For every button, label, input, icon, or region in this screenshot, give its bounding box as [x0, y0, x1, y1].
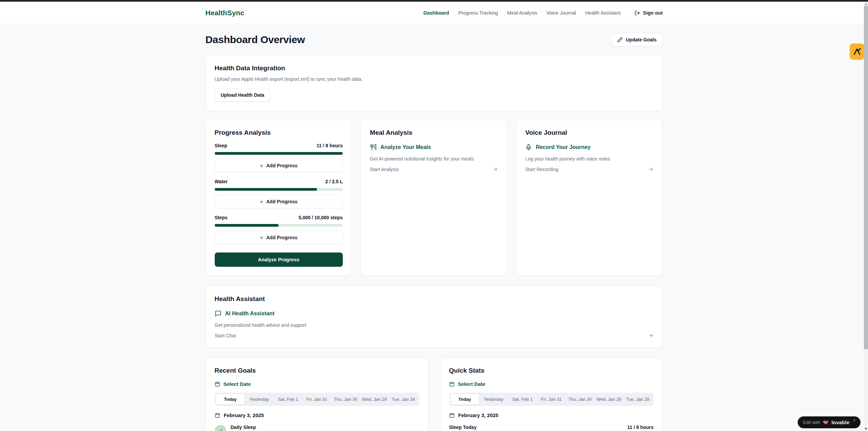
- water-add-progress-button[interactable]: + Add Progress: [215, 195, 343, 208]
- steps-progress-fill: [215, 224, 279, 227]
- nav-dashboard[interactable]: Dashboard: [423, 10, 449, 16]
- goal-name: Daily Sleep: [231, 425, 256, 430]
- calendar-icon: [449, 381, 455, 387]
- message-square-icon: [215, 310, 222, 317]
- sleep-add-progress-button[interactable]: + Add Progress: [215, 159, 343, 172]
- health-assistant-title: Health Assistant: [215, 295, 654, 303]
- health-assistant-description: Get personalized health advice and suppo…: [215, 322, 654, 328]
- scroll-down-icon[interactable]: [865, 428, 867, 430]
- steps-add-progress-button[interactable]: + Add Progress: [215, 231, 343, 244]
- tab-thu-jan-30[interactable]: Thu, Jan 30: [566, 394, 595, 405]
- nav-progress-tracking[interactable]: Progress Tracking: [458, 10, 498, 16]
- check-icon: [215, 425, 226, 431]
- integration-description: Upload your Apple Health export (export.…: [215, 76, 654, 82]
- health-assistant-card: Health Assistant AI Health Assistant Get…: [206, 286, 663, 348]
- meal-analysis-description: Get AI-powered nutritional insights for …: [370, 156, 498, 162]
- utensils-icon: [370, 144, 377, 151]
- recent-goals-current-date: February 3, 2025: [215, 412, 419, 418]
- calendar-icon: [215, 381, 220, 387]
- quick-stats-select-date-button[interactable]: Select Date: [449, 381, 485, 387]
- start-recording-action[interactable]: Start Recording: [525, 167, 653, 172]
- plus-icon: +: [260, 163, 263, 169]
- start-chat-action[interactable]: Start Chat: [215, 333, 654, 338]
- start-chat-label: Start Chat: [215, 333, 236, 338]
- tab-fri-jan-31[interactable]: Fri, Jan 31: [537, 394, 566, 405]
- integration-title: Health Data Integration: [215, 64, 654, 72]
- edit-with-lovable-badge[interactable]: Edit with lovable ×: [798, 416, 861, 428]
- quick-stats-title: Quick Stats: [449, 367, 654, 374]
- recent-goals-card: Recent Goals Select Date Today Yesterday…: [206, 358, 428, 431]
- tab-sat-feb-1[interactable]: Sat, Feb 1: [273, 394, 302, 405]
- scroll-up-icon[interactable]: [865, 3, 867, 5]
- start-analysis-label: Start Analysis: [370, 167, 399, 172]
- steps-metric: Steps 5,000 / 10,000 steps + Add Progres…: [215, 215, 343, 244]
- sleep-today-value: 11 / 8 hours: [627, 425, 653, 430]
- voice-journal-card: Voice Journal Record Your Journey Log yo…: [516, 120, 662, 276]
- lovable-logo-icon: [852, 47, 862, 56]
- quick-stats-current-date: February 3, 2025: [449, 412, 654, 418]
- calendar-icon: [215, 413, 220, 418]
- quick-stats-card: Quick Stats Select Date Today Yesterday …: [440, 358, 663, 431]
- arrow-right-icon: [648, 333, 654, 338]
- recent-goals-title: Recent Goals: [215, 367, 419, 374]
- upload-health-data-button[interactable]: Upload Health Data: [215, 88, 270, 102]
- current-date-label: February 3, 2025: [224, 412, 264, 418]
- start-analysis-action[interactable]: Start Analysis: [370, 167, 498, 172]
- start-recording-label: Start Recording: [525, 167, 558, 172]
- page-title: Dashboard Overview: [206, 34, 305, 45]
- water-progress-bar: [215, 188, 343, 191]
- nav-meal-analysis[interactable]: Meal Analysis: [507, 10, 537, 16]
- page-scrollbar[interactable]: [864, 2, 868, 431]
- nav-health-assistant[interactable]: Health Assistant: [585, 10, 621, 16]
- record-your-journey-link[interactable]: Record Your Journey: [525, 144, 653, 151]
- tab-fri-jan-31[interactable]: Fri, Jan 31: [302, 394, 331, 405]
- sleep-progress-bar: [215, 152, 343, 155]
- nav-voice-journal[interactable]: Voice Journal: [546, 10, 576, 16]
- water-metric: Water 2 / 2.5 L + Add Progress: [215, 179, 343, 208]
- meal-analysis-title: Meal Analysis: [370, 129, 498, 136]
- sleep-today-metric: Sleep Today 11 / 8 hours + Add Progress: [449, 425, 654, 431]
- mic-icon: [525, 144, 532, 151]
- close-icon[interactable]: ×: [853, 418, 855, 422]
- tab-today[interactable]: Today: [216, 394, 245, 405]
- plus-icon: +: [260, 235, 263, 241]
- arrow-right-icon: [493, 167, 498, 172]
- progress-analysis-card: Progress Analysis Sleep 11 / 8 hours + A…: [206, 120, 352, 276]
- brand-logo: HealthSync: [206, 9, 244, 17]
- analyze-progress-button[interactable]: Analyze Progress: [215, 252, 343, 267]
- update-goals-button[interactable]: Update Goals: [611, 33, 662, 46]
- analyze-your-meals-link[interactable]: Analyze Your Meals: [370, 144, 498, 151]
- app-header: HealthSync Dashboard Progress Tracking M…: [0, 2, 868, 24]
- analyze-your-meals-label: Analyze Your Meals: [380, 144, 431, 150]
- ai-health-assistant-link[interactable]: AI Health Assistant: [215, 310, 654, 317]
- steps-progress-bar: [215, 224, 343, 227]
- tab-today[interactable]: Today: [450, 394, 479, 405]
- recent-goals-date-tabs: Today Yesterday Sat, Feb 1 Fri, Jan 31 T…: [215, 393, 419, 406]
- main-nav: Dashboard Progress Tracking Meal Analysi…: [423, 10, 662, 16]
- goal-list-item: Daily Sleep 11 / 8 hours: [215, 425, 419, 431]
- pencil-icon: [617, 37, 623, 42]
- tab-tue-jan-28[interactable]: Tue, Jan 28: [389, 394, 418, 405]
- tab-sat-feb-1[interactable]: Sat, Feb 1: [508, 394, 537, 405]
- tab-yesterday[interactable]: Yesterday: [245, 394, 273, 405]
- recent-goals-select-date-button[interactable]: Select Date: [215, 381, 251, 387]
- tab-thu-jan-30[interactable]: Thu, Jan 30: [331, 394, 360, 405]
- arrow-right-icon: [648, 167, 654, 172]
- tab-wed-jan-29[interactable]: Wed, Jan 29: [595, 394, 623, 405]
- scrollbar-thumb[interactable]: [864, 6, 868, 349]
- lovable-floating-button[interactable]: [850, 43, 865, 60]
- add-progress-label: Add Progress: [266, 235, 298, 240]
- tab-yesterday[interactable]: Yesterday: [479, 394, 508, 405]
- sign-out-label: Sign out: [643, 10, 663, 16]
- heart-icon: [823, 419, 829, 425]
- voice-journal-title: Voice Journal: [525, 129, 653, 136]
- steps-value: 5,000 / 10,000 steps: [299, 215, 343, 220]
- tab-tue-jan-28[interactable]: Tue, Jan 28: [623, 394, 652, 405]
- log-out-icon: [635, 10, 640, 16]
- current-date-label: February 3, 2025: [458, 412, 498, 418]
- lovable-brand-label: lovable: [831, 419, 849, 425]
- sleep-value: 11 / 8 hours: [317, 143, 343, 148]
- edit-with-label: Edit with: [803, 420, 820, 425]
- sign-out-button[interactable]: Sign out: [635, 10, 663, 16]
- tab-wed-jan-29[interactable]: Wed, Jan 29: [360, 394, 389, 405]
